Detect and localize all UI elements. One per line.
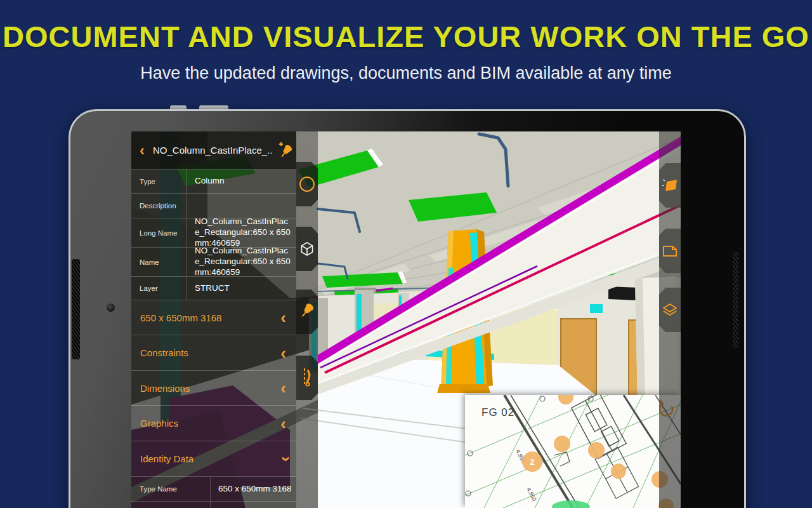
plan-green-zone <box>552 500 590 508</box>
property-label: Description <box>131 194 187 218</box>
property-label: Type Name <box>131 477 211 501</box>
property-row-name[interactable]: Name NO_Column_CastInPlace_Rectangular:6… <box>131 248 296 277</box>
property-label: Layer <box>131 277 187 300</box>
property-row-description[interactable]: Description <box>131 194 296 218</box>
chevron-collapsed-icon: ‹ <box>280 380 296 396</box>
section-cut-icon <box>299 368 315 388</box>
left-toolbar <box>296 131 318 508</box>
property-value <box>187 194 296 218</box>
pin-add-button[interactable] <box>273 141 296 160</box>
tablet-device: 4.850 4.850 2 <box>69 109 746 508</box>
property-value: NO_Column_CastInPlace_Rectangular:650 x … <box>187 248 296 276</box>
banner-subtitle: Have the updated drawings, documents and… <box>0 64 812 83</box>
property-value: NO_Column_CastInPlace_Rectangular:650 x … <box>187 218 296 247</box>
circle-select-button[interactable] <box>296 162 318 206</box>
section-identity-data[interactable]: Identity Data ‹ <box>131 441 296 477</box>
cube-icon <box>298 240 316 258</box>
tablet-camera <box>107 304 115 312</box>
property-row-workset[interactable]: Workset Workset1 <box>131 502 296 508</box>
app-screen: 4.850 4.850 2 <box>131 131 681 508</box>
section-constraints[interactable]: Constraints ‹ <box>131 335 296 371</box>
property-label: Long Name <box>131 218 187 247</box>
cube-view-button[interactable] <box>296 227 318 271</box>
promo-banner: DOCUMENT AND VISUALIZE YOUR WORK ON THE … <box>0 0 812 508</box>
markup-button[interactable] <box>659 163 681 208</box>
panel-title: NO_Column_CastInPlace_... <box>153 145 273 156</box>
property-row-long-name[interactable]: Long Name NO_Column_CastInPlace_Rectangu… <box>131 218 296 248</box>
marker-number: 2 <box>530 457 534 467</box>
banner-title: DOCUMENT AND VISUALIZE YOUR WORK ON THE … <box>0 19 812 54</box>
property-value: Workset1 <box>211 502 296 508</box>
chevron-collapsed-icon: ‹ <box>280 415 296 432</box>
circle-icon <box>298 175 316 193</box>
section-graphics[interactable]: Graphics ‹ <box>131 406 296 441</box>
property-value: Column <box>187 170 296 193</box>
plan-inset[interactable]: 4.850 4.850 2 <box>465 395 681 508</box>
back-icon[interactable]: ‹ <box>131 135 153 166</box>
section-cut-button[interactable] <box>296 356 318 400</box>
chevron-expanded-icon: ‹ <box>277 456 293 462</box>
layers-button[interactable] <box>659 288 681 332</box>
property-row-layer[interactable]: Layer STRUCT <box>131 277 296 300</box>
markup-icon <box>662 178 678 193</box>
property-label: Name <box>131 248 187 276</box>
chevron-collapsed-icon: ‹ <box>280 345 296 361</box>
layers-icon <box>661 302 679 318</box>
pushpin-button[interactable] <box>296 290 318 334</box>
tablet-left-grip <box>72 259 80 359</box>
sheet-label: FG 02 <box>481 406 514 419</box>
property-value: 650 x 650mm 3168 <box>211 477 296 501</box>
property-value: STRUCT <box>187 277 296 300</box>
property-label: Type <box>131 170 187 193</box>
properties-panel: ‹ NO_Column_CastInPlace_... <box>131 131 296 508</box>
pushpin-icon <box>298 302 316 321</box>
pin-add-icon <box>277 141 293 160</box>
section-dimensions[interactable]: Dimensions ‹ <box>131 371 296 406</box>
tablet-side-button <box>738 291 742 307</box>
section-650x650[interactable]: 650 x 650mm 3168 ‹ <box>131 300 296 335</box>
chevron-collapsed-icon: ‹ <box>280 309 296 326</box>
panel-title-bar: ‹ NO_Column_CastInPlace_... <box>131 131 296 170</box>
document-icon <box>662 244 678 258</box>
property-row-type[interactable]: Type Column <box>131 170 296 194</box>
property-row-type-name[interactable]: Type Name 650 x 650mm 3168 <box>131 477 296 502</box>
property-label: Workset <box>131 502 211 508</box>
right-toolbar <box>659 131 681 508</box>
documents-button[interactable] <box>659 229 681 273</box>
